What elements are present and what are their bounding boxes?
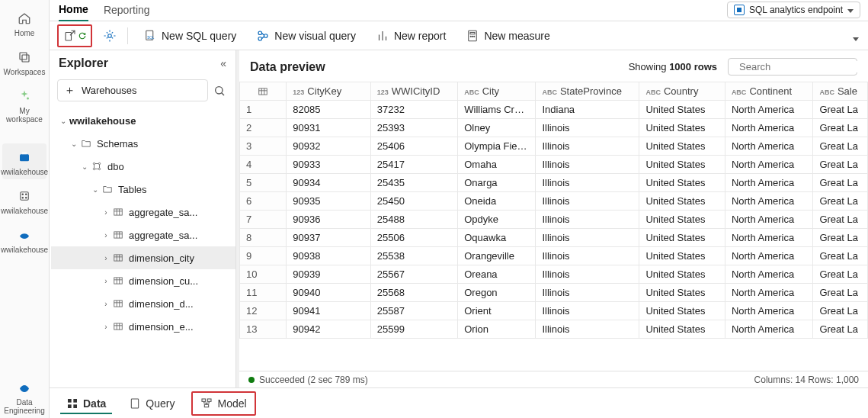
data-cell[interactable]: Great La — [813, 156, 868, 174]
data-cell[interactable]: North America — [725, 174, 813, 192]
column-header[interactable]: ABCCountry — [639, 82, 725, 101]
tree-node-table[interactable]: ›dimension_e... — [51, 315, 235, 338]
table-row[interactable]: 39093225406Olympia FieldsIllinoisUnited … — [240, 137, 868, 156]
data-cell[interactable]: 25393 — [370, 119, 458, 137]
nav-home[interactable]: Home — [2, 5, 46, 40]
data-cell[interactable]: United States — [639, 302, 725, 320]
toolbar-overflow[interactable] — [853, 32, 859, 43]
data-cell[interactable]: Great La — [813, 302, 868, 320]
tree-node-table[interactable]: ›dimension_city — [51, 246, 235, 269]
data-cell[interactable]: 25538 — [370, 247, 458, 265]
data-cell[interactable]: Great La — [813, 101, 868, 119]
data-cell[interactable]: Orangeville — [458, 247, 536, 265]
nav-my-workspace[interactable]: My workspace — [2, 82, 46, 127]
column-header[interactable]: 123CityKey — [287, 82, 370, 101]
data-cell[interactable]: North America — [725, 229, 813, 247]
explorer-search-button[interactable] — [211, 82, 228, 99]
data-cell[interactable]: Great La — [813, 119, 868, 137]
data-cell[interactable]: North America — [725, 156, 813, 174]
table-row[interactable]: 119094025568OregonIllinoisUnited StatesN… — [240, 284, 868, 302]
tree-node-table[interactable]: ›dimension_cu... — [51, 269, 235, 292]
preview-search-input[interactable] — [728, 58, 857, 76]
tree-node-table[interactable]: ›dimension_d... — [51, 292, 235, 315]
table-row[interactable]: 49093325417OmahaIllinoisUnited StatesNor… — [240, 156, 868, 174]
nav-wwilakehouse-3[interactable]: wwilakehouse — [2, 221, 46, 257]
nav-wwilakehouse-2[interactable]: wwilakehouse — [2, 182, 46, 218]
data-cell[interactable]: Illinois — [536, 247, 639, 265]
data-cell[interactable]: 25506 — [370, 229, 458, 247]
data-cell[interactable]: 90939 — [287, 265, 370, 284]
row-number-header[interactable] — [240, 82, 287, 101]
data-cell[interactable]: 90942 — [287, 320, 370, 339]
data-cell[interactable]: North America — [725, 137, 813, 156]
data-cell[interactable]: Illinois — [536, 174, 639, 192]
column-header[interactable]: ABCContinent — [725, 82, 813, 101]
data-cell[interactable]: United States — [639, 119, 725, 137]
data-cell[interactable]: Illinois — [536, 192, 639, 211]
data-cell[interactable]: 37232 — [370, 101, 458, 119]
table-row[interactable]: 129094125587OrientIllinoisUnited StatesN… — [240, 302, 868, 320]
data-grid[interactable]: 123CityKey123WWICityIDABCCityABCStatePro… — [239, 82, 868, 371]
data-cell[interactable]: Olney — [458, 119, 536, 137]
tree-node-dbo[interactable]: ⌄dbo — [51, 155, 235, 178]
new-report-button[interactable]: New report — [371, 26, 450, 46]
data-cell[interactable]: North America — [725, 211, 813, 229]
data-cell[interactable]: Williams Creek — [458, 101, 536, 119]
tree-node-table[interactable]: ›aggregate_sa... — [51, 223, 235, 246]
data-cell[interactable]: Great La — [813, 229, 868, 247]
data-cell[interactable]: Illinois — [536, 156, 639, 174]
data-cell[interactable]: Great La — [813, 192, 868, 211]
nav-workspaces[interactable]: Workspaces — [2, 43, 46, 79]
tree-node-root[interactable]: ⌄wwilakehouse — [51, 109, 235, 132]
data-cell[interactable]: Oquawka — [458, 229, 536, 247]
data-cell[interactable]: North America — [725, 247, 813, 265]
table-row[interactable]: 69093525450OneidaIllinoisUnited StatesNo… — [240, 192, 868, 211]
data-cell[interactable]: Olympia Fields — [458, 137, 536, 156]
data-cell[interactable]: Opdyke — [458, 211, 536, 229]
new-visual-query-button[interactable]: New visual query — [251, 26, 360, 46]
tree-node-schemas[interactable]: ⌄Schemas — [51, 132, 235, 155]
tab-data[interactable]: Data — [60, 393, 112, 414]
data-cell[interactable]: Great La — [813, 320, 868, 339]
table-row[interactable]: 139094225599OrionIllinoisUnited StatesNo… — [240, 320, 868, 339]
new-sql-query-button[interactable]: SQL New SQL query — [139, 26, 241, 46]
data-cell[interactable]: Great La — [813, 174, 868, 192]
data-cell[interactable]: North America — [725, 101, 813, 119]
data-cell[interactable]: Illinois — [536, 320, 639, 339]
data-cell[interactable]: 90937 — [287, 229, 370, 247]
data-cell[interactable]: 25587 — [370, 302, 458, 320]
data-cell[interactable]: Illinois — [536, 211, 639, 229]
column-header[interactable]: 123WWICityID — [370, 82, 458, 101]
warehouses-button[interactable]: ＋ Warehouses — [57, 79, 208, 101]
data-cell[interactable]: 25406 — [370, 137, 458, 156]
data-cell[interactable]: 25567 — [370, 265, 458, 284]
table-row[interactable]: 89093725506OquawkaIllinoisUnited StatesN… — [240, 229, 868, 247]
data-cell[interactable]: Illinois — [536, 265, 639, 284]
data-cell[interactable]: Great La — [813, 211, 868, 229]
data-cell[interactable]: United States — [639, 247, 725, 265]
settings-icon[interactable] — [103, 29, 117, 43]
data-cell[interactable]: North America — [725, 302, 813, 320]
refresh-button[interactable] — [57, 24, 92, 47]
table-row[interactable]: 109093925567OreanaIllinoisUnited StatesN… — [240, 265, 868, 284]
table-row[interactable]: 59093425435OnargaIllinoisUnited StatesNo… — [240, 174, 868, 192]
data-cell[interactable]: Great La — [813, 137, 868, 156]
data-cell[interactable]: Illinois — [536, 119, 639, 137]
data-cell[interactable]: United States — [639, 174, 725, 192]
data-cell[interactable]: Onarga — [458, 174, 536, 192]
data-cell[interactable]: United States — [639, 320, 725, 339]
data-cell[interactable]: Illinois — [536, 284, 639, 302]
table-row[interactable]: 29093125393OlneyIllinoisUnited StatesNor… — [240, 119, 868, 137]
column-header[interactable]: ABCCity — [458, 82, 536, 101]
data-cell[interactable]: Oneida — [458, 192, 536, 211]
tab-home[interactable]: Home — [59, 0, 88, 21]
nav-data-engineering[interactable]: Data Engineering — [2, 374, 46, 418]
data-cell[interactable]: Omaha — [458, 156, 536, 174]
data-cell[interactable]: 90931 — [287, 119, 370, 137]
new-measure-button[interactable]: New measure — [461, 26, 554, 46]
data-cell[interactable]: United States — [639, 284, 725, 302]
data-cell[interactable]: United States — [639, 137, 725, 156]
data-cell[interactable]: Oreana — [458, 265, 536, 284]
data-cell[interactable]: United States — [639, 192, 725, 211]
collapse-icon[interactable]: « — [220, 57, 226, 69]
